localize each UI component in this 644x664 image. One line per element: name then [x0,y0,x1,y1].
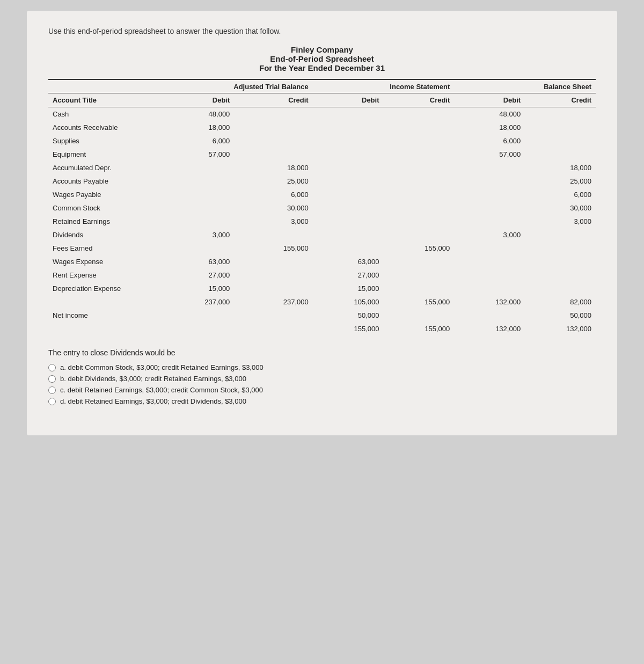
data-cell [525,107,596,121]
account-name-cell: Common Stock [48,201,156,215]
data-cell [234,255,312,268]
data-cell [454,201,525,215]
data-cell [313,188,384,201]
bs-section-header: Balance Sheet [454,79,596,93]
data-cell [525,282,596,295]
data-cell [156,215,234,228]
data-cell [454,215,525,228]
table-row: Accounts Payable25,00025,000 [48,174,596,188]
data-cell [234,134,312,148]
data-cell: 30,000 [525,201,596,215]
data-cell: 6,000 [525,188,596,201]
atb-section-header: Adjusted Trial Balance [156,79,313,93]
data-cell [454,255,525,268]
table-row: Dividends3,0003,000 [48,228,596,242]
data-cell: 18,000 [156,121,234,134]
options-container: a. debit Common Stock, $3,000; credit Re… [48,363,596,405]
data-cell [454,282,525,295]
data-cell: 25,000 [234,174,312,188]
data-cell [234,268,312,282]
account-name-cell: Supplies [48,134,156,148]
table-row: Accounts Receivable18,00018,000 [48,121,596,134]
data-cell [525,134,596,148]
data-cell: 57,000 [454,148,525,161]
option-item-a: a. debit Common Stock, $3,000; credit Re… [48,363,596,371]
net-income-cell [234,309,312,322]
net-income-label: Net income [48,309,156,322]
radio-b[interactable] [48,375,56,383]
radio-a[interactable] [48,364,56,371]
data-cell: 3,000 [525,215,596,228]
data-cell [454,174,525,188]
data-cell: 15,000 [156,282,234,295]
question-prompt: The entry to close Dividends would be [48,348,596,357]
account-name-cell: Wages Payable [48,188,156,201]
data-cell [525,242,596,255]
table-row: Wages Expense63,00063,000 [48,255,596,268]
data-cell: 15,000 [313,282,384,295]
data-cell: 30,000 [234,201,312,215]
data-cell [384,268,455,282]
data-cell [313,161,384,174]
account-name-cell: Wages Expense [48,255,156,268]
data-cell [234,228,312,242]
data-cell [525,268,596,282]
table-row: Equipment57,00057,000 [48,148,596,161]
data-cell [313,228,384,242]
data-cell [156,242,234,255]
account-name-cell: Fees Earned [48,242,156,255]
table-row: Rent Expense27,00027,000 [48,268,596,282]
data-cell [384,188,455,201]
page-container: Use this end-of-period spreadsheet to an… [27,11,617,435]
data-cell [313,201,384,215]
option-item-d: d. debit Retained Earnings, $3,000; cred… [48,397,596,405]
data-cell [156,161,234,174]
intro-text: Use this end-of-period spreadsheet to an… [48,27,596,35]
data-cell [454,188,525,201]
radio-d[interactable] [48,398,56,405]
final-cell [234,322,312,335]
option-label-b: b. debit Dividends, $3,000; credit Retai… [60,375,246,383]
table-row: Retained Earnings3,0003,000 [48,215,596,228]
data-cell: 6,000 [156,134,234,148]
totals-cell: 237,000 [156,295,234,309]
data-cell [454,242,525,255]
data-cell: 18,000 [234,161,312,174]
data-cell [156,188,234,201]
data-cell [234,121,312,134]
totals-cell: 82,000 [525,295,596,309]
data-cell: 25,000 [525,174,596,188]
data-cell [313,121,384,134]
data-cell [384,255,455,268]
data-cell [525,121,596,134]
data-cell [313,242,384,255]
account-name-cell: Dividends [48,228,156,242]
totals-cell: 237,000 [234,295,312,309]
net-income-cell: 50,000 [525,309,596,322]
data-cell: 57,000 [156,148,234,161]
data-cell [234,282,312,295]
radio-c[interactable] [48,386,56,394]
table-row: Common Stock30,00030,000 [48,201,596,215]
data-cell: 6,000 [234,188,312,201]
data-cell: 63,000 [313,255,384,268]
account-name-cell: Depreciation Expense [48,282,156,295]
data-cell: 63,000 [156,255,234,268]
data-cell: 27,000 [313,268,384,282]
data-cell [525,228,596,242]
data-cell: 155,000 [234,242,312,255]
data-cell [313,174,384,188]
table-row: Cash48,00048,000 [48,107,596,121]
net-income-cell [454,309,525,322]
bs-credit-col: Credit [525,93,596,107]
data-cell [313,134,384,148]
option-item-c: c. debit Retained Earnings, $3,000; cred… [48,386,596,394]
data-cell [384,134,455,148]
data-cell: 3,000 [156,228,234,242]
final-cell: 132,000 [454,322,525,335]
final-cell: 155,000 [384,322,455,335]
account-title-header [48,79,156,93]
data-cell: 6,000 [454,134,525,148]
data-cell [384,148,455,161]
account-name-cell: Equipment [48,148,156,161]
